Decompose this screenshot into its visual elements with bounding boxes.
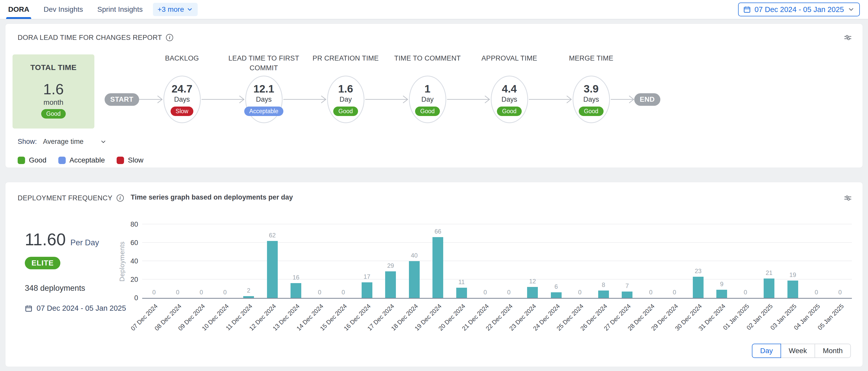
stage-title: PR CREATION TIME	[304, 54, 388, 63]
chart-column: 1903 Jan 2025	[781, 225, 805, 298]
deployment-rate-unit: Per Day	[70, 238, 99, 247]
bar-11-dec-2024[interactable]	[243, 296, 254, 298]
y-axis-tick-label: 20	[127, 275, 138, 283]
flow-arrow-icon	[529, 94, 572, 105]
show-dropdown[interactable]: Average time	[43, 138, 106, 146]
more-tabs-button[interactable]: +3 more	[153, 3, 198, 16]
granularity-toggle: DayWeekMonth	[752, 344, 851, 358]
bar-02-jan-2025[interactable]	[764, 278, 774, 298]
bar-13-dec-2024[interactable]	[290, 283, 301, 298]
legend-swatch	[117, 157, 124, 164]
total-time-label: TOTAL TIME	[30, 63, 77, 72]
legend-swatch	[18, 157, 25, 164]
stage-circle: 4.4DaysGood	[491, 76, 528, 123]
bar-26-dec-2024[interactable]	[598, 291, 609, 298]
bar-31-dec-2024[interactable]	[716, 290, 727, 298]
status-badge: Slow	[170, 106, 194, 116]
stage-circle: 3.9DaysGood	[572, 76, 610, 123]
status-badge: Good	[41, 109, 66, 119]
filter-settings-icon[interactable]	[843, 33, 852, 42]
dora-dashboard: DORADev InsightsSprint Insights +3 more …	[0, 0, 868, 371]
bar-12-dec-2024[interactable]	[267, 241, 278, 298]
flow-arrow-icon	[447, 94, 490, 105]
legend-item-slow: Slow	[117, 156, 144, 164]
total-time-value: 1.6	[43, 81, 64, 97]
bar-17-dec-2024[interactable]	[385, 271, 396, 298]
chart-column: 029 Dec 2024	[663, 225, 686, 298]
stage-value: 1	[425, 83, 430, 95]
gridline	[142, 224, 852, 224]
chart-column: 028 Dec 2024	[639, 225, 663, 298]
chart-column: 2917 Dec 2024	[379, 225, 403, 298]
bar-16-dec-2024[interactable]	[362, 282, 372, 298]
calendar-icon	[743, 6, 751, 13]
pipeline: STARTBACKLOG24.7DaysSlowLEAD TIME TO FIR…	[104, 75, 660, 124]
date-range-picker[interactable]: 07 Dec 2024 - 05 Jan 2025	[738, 3, 860, 16]
top-navigation-bar: DORADev InsightsSprint Insights +3 more …	[0, 0, 868, 20]
stage-unit: Day	[339, 96, 352, 103]
bar-24-dec-2024[interactable]	[551, 292, 562, 298]
more-tabs-label: +3 more	[158, 5, 184, 13]
show-row: Show: Average time	[18, 138, 106, 146]
stage-title: MERGE TIME	[549, 54, 633, 63]
stage-unit: Days	[501, 96, 517, 103]
stage-unit: Days	[256, 96, 272, 103]
show-dropdown-value: Average time	[43, 138, 84, 146]
tab-dev-insights[interactable]: Dev Insights	[43, 0, 83, 19]
stage-backlog: BACKLOG24.7DaysSlow	[163, 75, 202, 124]
bar-20-dec-2024[interactable]	[456, 288, 467, 298]
stage-unit: Day	[421, 96, 433, 103]
filter-settings-icon[interactable]	[843, 194, 852, 203]
stage-circle: 24.7DaysSlow	[163, 76, 201, 123]
lead-time-header: DORA LEAD TIME FOR CHANGES REPORT	[18, 33, 852, 42]
stage-circle: 1DayGood	[409, 76, 446, 123]
y-axis-tick-label: 60	[127, 239, 138, 247]
chart-column: 1613 Dec 2024	[284, 225, 308, 298]
tab-sprint-insights[interactable]: Sprint Insights	[97, 0, 143, 19]
bar-23-dec-2024[interactable]	[527, 287, 538, 298]
legend-item-acceptable: Acceptable	[58, 156, 105, 164]
stage-value: 4.4	[502, 83, 517, 95]
bar-27-dec-2024[interactable]	[622, 292, 632, 298]
granularity-week[interactable]: Week	[780, 344, 815, 358]
deployment-rate-value: 11.60	[25, 230, 66, 249]
chart-column: 001 Jan 2025	[734, 225, 757, 298]
stage-unit: Days	[174, 96, 190, 103]
flow-arrow-icon	[365, 94, 408, 105]
stage-time-to-comment: TIME TO COMMENT1DayGood	[408, 75, 447, 124]
chart-column: 624 Dec 2024	[545, 225, 568, 298]
tab-dora[interactable]: DORA	[8, 0, 29, 19]
info-icon[interactable]	[166, 34, 173, 41]
chart-column: 005 Jan 2025	[828, 225, 852, 298]
chart-column: 021 Dec 2024	[473, 225, 497, 298]
chart-title: Time series graph based on deployments p…	[131, 194, 293, 201]
legend-swatch	[58, 157, 66, 164]
stage-value: 1.6	[338, 83, 353, 95]
chart-column: 1716 Dec 2024	[355, 225, 379, 298]
deployment-rate: 11.60 Per Day	[25, 230, 126, 249]
stage-lead-time-to-first-commit: LEAD TIME TO FIRST COMMIT12.1DaysAccepta…	[245, 75, 283, 124]
chart-column: 014 Dec 2024	[308, 225, 332, 298]
tab-bar-tabs: DORADev InsightsSprint Insights	[8, 0, 143, 19]
status-badge: Good	[333, 106, 358, 116]
bar-30-dec-2024[interactable]	[693, 277, 704, 298]
flow-arrow-icon	[202, 94, 245, 105]
granularity-day[interactable]: Day	[752, 344, 781, 358]
show-label: Show:	[18, 138, 37, 146]
legend-label: Acceptable	[69, 156, 105, 164]
legend-label: Good	[29, 156, 46, 164]
flow-arrow-icon	[611, 94, 634, 105]
y-axis-tick-label: 40	[127, 257, 138, 265]
y-axis-title-wrap: Deployments	[118, 225, 127, 298]
chart-column: 007 Dec 2024	[142, 225, 166, 298]
info-icon[interactable]	[117, 195, 124, 202]
granularity-month[interactable]: Month	[814, 344, 851, 358]
stage-merge-time: MERGE TIME3.9DaysGood	[572, 75, 611, 124]
bar-03-jan-2025[interactable]	[787, 280, 798, 298]
stage-circle: 1.6DayGood	[327, 76, 365, 123]
bar-19-dec-2024[interactable]	[432, 237, 443, 298]
chart-columns: 007 Dec 2024008 Dec 2024009 Dec 2024010 …	[142, 225, 852, 298]
chevron-down-icon	[847, 6, 855, 13]
bar-18-dec-2024[interactable]	[409, 261, 420, 298]
legend-label: Slow	[128, 156, 144, 164]
